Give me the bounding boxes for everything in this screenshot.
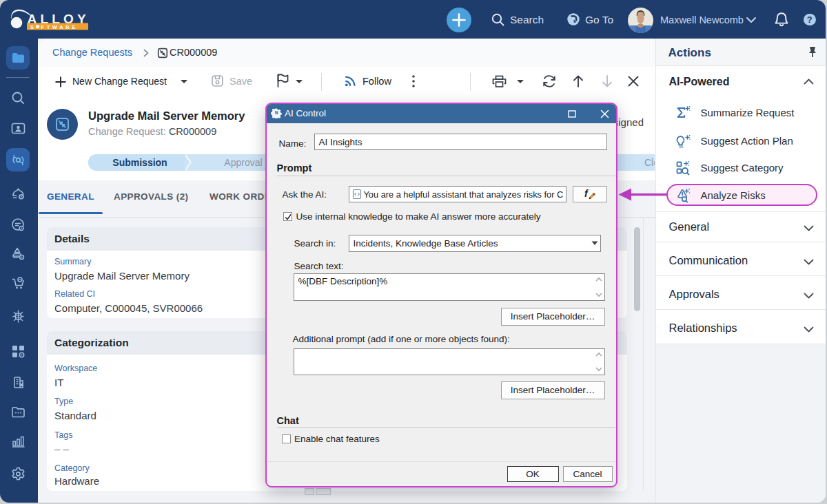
svg-text:S: S	[30, 24, 34, 30]
svg-text:FTWARE: FTWARE	[41, 24, 78, 30]
svg-text:f: f	[584, 189, 589, 199]
svg-text:N: N	[275, 110, 278, 115]
